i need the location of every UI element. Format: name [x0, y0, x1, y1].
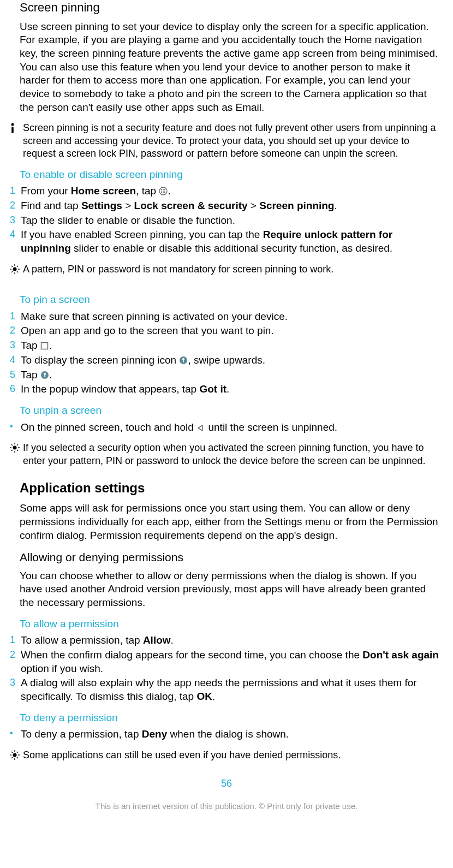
tip-text: A pattern, PIN or password is not mandat…	[23, 263, 443, 276]
bold-allow: Allow	[143, 634, 171, 646]
t: , tap	[136, 185, 159, 197]
page-number: 56	[10, 777, 443, 790]
t: When the confirm dialog appears for the …	[21, 649, 362, 661]
step-number: 4	[10, 354, 21, 366]
t: .	[212, 691, 215, 702]
t: until the screen is unpinned.	[205, 421, 337, 433]
exclamation-icon	[10, 122, 23, 135]
t: On the pinned screen, touch and hold	[21, 421, 196, 433]
bullet-icon: •	[10, 421, 21, 432]
enable-step-4: 4 If you have enabled Screen pinning, yo…	[10, 228, 443, 255]
pin-step-3: 3 Tap .	[10, 339, 443, 353]
svg-line-43	[17, 752, 18, 753]
pin-step-2: 2 Open an app and go to the screen that …	[10, 324, 443, 338]
enable-step-2: 2 Find and tap Settings > Lock screen & …	[10, 199, 443, 213]
step-number: 6	[10, 383, 21, 395]
svg-point-7	[163, 191, 164, 192]
t: option if you wish.	[21, 663, 103, 674]
step-number: 5	[10, 368, 21, 381]
allow-step-2: 2 When the confirm dialog appears for th…	[10, 649, 443, 675]
bold-got-it: Got it	[199, 383, 226, 395]
svg-line-42	[11, 757, 13, 758]
step-number: 2	[10, 649, 21, 661]
svg-line-18	[17, 271, 18, 272]
heading-unpin-screen: To unpin a screen	[20, 404, 443, 418]
step-text: When the confirm dialog appears for the …	[21, 649, 443, 675]
t: .	[49, 340, 52, 351]
svg-point-26	[13, 446, 17, 450]
back-triangle-icon	[196, 422, 205, 431]
step-number: 2	[10, 324, 21, 337]
bold-settings: Settings	[81, 200, 122, 211]
svg-line-31	[11, 444, 13, 445]
svg-line-32	[17, 450, 18, 451]
t: If you have enabled Screen pinning, you …	[21, 229, 263, 240]
step-text: Open an app and go to the screen that yo…	[21, 324, 443, 338]
t: >	[122, 200, 134, 211]
heading-allow-deny: Allowing or denying permissions	[20, 550, 443, 564]
svg-point-6	[161, 191, 162, 192]
step-text: To deny a permission, tap Deny when the …	[21, 728, 443, 741]
step-text: If you have enabled Screen pinning, you …	[21, 228, 443, 255]
enable-step-1: 1 From your Home screen, tap .	[10, 185, 443, 198]
t: >	[248, 200, 260, 211]
svg-rect-21	[41, 343, 47, 349]
heading-enable-pinning: To enable or disable screen pinning	[20, 168, 443, 182]
svg-line-34	[17, 444, 18, 445]
warning-text: Screen pinning is not a security feature…	[23, 122, 443, 160]
warning-note: Screen pinning is not a security feature…	[10, 122, 443, 160]
pin-steps: 1 Make sure that screen pinning is activ…	[10, 310, 443, 396]
t: .	[334, 200, 337, 211]
step-text: Tap .	[21, 339, 443, 353]
unpin-step-1: • On the pinned screen, touch and hold u…	[10, 421, 443, 435]
t: slider to enable or disable this additio…	[71, 242, 392, 254]
heading-allow-permission: To allow a permission	[20, 617, 443, 631]
t: In the popup window that appears, tap	[21, 383, 199, 395]
step-text: Tap .	[21, 368, 443, 382]
heading-deny-permission: To deny a permission	[20, 711, 443, 725]
tip-text: Some applications can still be used even…	[23, 749, 443, 762]
pin-step-4: 4 To display the screen pinning icon , s…	[10, 354, 443, 367]
svg-point-35	[13, 753, 17, 757]
pin-step-6: 6 In the popup window that appears, tap …	[10, 383, 443, 396]
t: .	[49, 369, 52, 381]
t: To allow a permission, tap	[21, 634, 143, 646]
t: Find and tap	[21, 200, 81, 211]
svg-point-23	[182, 358, 184, 360]
tip-note: A pattern, PIN or password is not mandat…	[10, 263, 443, 276]
section-title-app-settings: Application settings	[20, 479, 443, 496]
t: Tap	[21, 340, 40, 351]
enable-step-3: 3 Tap the slider to enable or disable th…	[10, 214, 443, 228]
svg-point-5	[164, 189, 165, 190]
tip-note: Some applications can still be used even…	[10, 749, 443, 762]
t: To deny a permission, tap	[21, 728, 142, 740]
svg-point-25	[44, 373, 46, 375]
step-text: Tap the slider to enable or disable the …	[21, 214, 443, 228]
svg-point-8	[164, 191, 165, 192]
allow-deny-intro: You can choose whether to allow or deny …	[20, 569, 440, 610]
t: From your	[21, 185, 71, 197]
t: .	[171, 634, 174, 646]
t: when the dialog is shown.	[167, 728, 289, 740]
t: Tap	[21, 369, 40, 381]
bold-home-screen: Home screen	[71, 185, 136, 197]
tip-text: If you selected a security option when y…	[23, 442, 443, 467]
step-number: 1	[10, 185, 21, 197]
apps-grid-icon	[159, 186, 168, 194]
svg-point-4	[163, 189, 164, 190]
screen-pinning-intro: Use screen pinning to set your device to…	[20, 20, 440, 115]
svg-line-41	[17, 757, 18, 758]
app-settings-intro: Some apps will ask for permissions once …	[20, 502, 440, 542]
t: .	[226, 383, 229, 395]
svg-point-10	[163, 192, 164, 193]
bold-ok: OK	[196, 691, 212, 702]
pin-step-5: 5 Tap .	[10, 368, 443, 382]
bold-deny: Deny	[142, 728, 167, 740]
svg-line-17	[11, 266, 13, 267]
bold-dont-ask: Don't ask again	[362, 649, 439, 661]
enable-steps: 1 From your Home screen, tap . 2 Find an…	[10, 185, 443, 255]
step-text: From your Home screen, tap .	[21, 185, 443, 198]
step-text: A dialog will also explain why the app n…	[21, 676, 443, 703]
deny-steps: • To deny a permission, tap Deny when th…	[10, 728, 443, 741]
t: To display the screen pinning icon	[21, 354, 179, 366]
